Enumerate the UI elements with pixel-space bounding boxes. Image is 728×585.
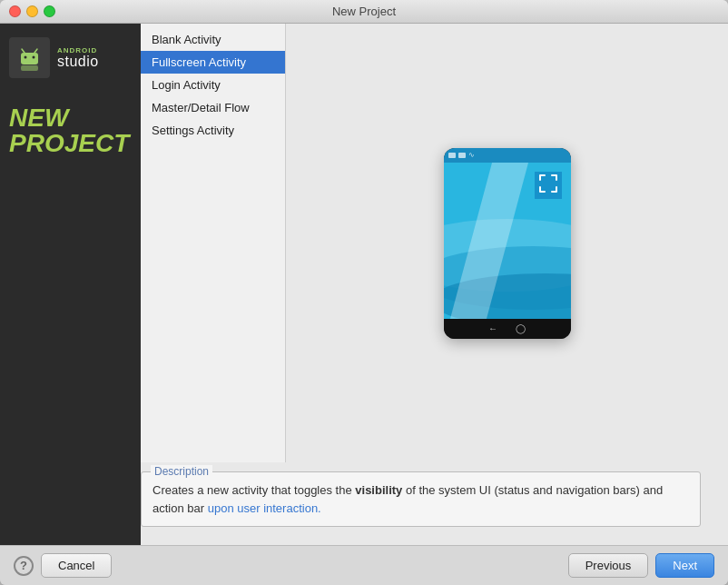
- minimize-button[interactable]: [26, 5, 38, 17]
- description-legend: Description: [151, 465, 212, 478]
- activity-list: Blank Activity Fullscreen Activity Login…: [141, 24, 286, 462]
- activity-item-blank[interactable]: Blank Activity: [141, 28, 285, 51]
- fullscreen-icon-container: [535, 172, 562, 199]
- footer: ? Cancel Previous Next: [0, 545, 728, 585]
- expand-icon: [538, 174, 558, 193]
- phone-status-bar: ∿: [444, 148, 571, 163]
- phone-mockup: ∿: [444, 148, 571, 339]
- activity-list-area: Blank Activity Fullscreen Activity Login…: [141, 24, 728, 462]
- footer-right: Previous Next: [568, 553, 714, 578]
- main-content: ANDROID studio NEW PROJECT Blank Activit…: [0, 24, 728, 545]
- right-content: Blank Activity Fullscreen Activity Login…: [141, 24, 728, 545]
- logo-icon: [9, 37, 50, 78]
- app-window: New Project: [0, 0, 728, 585]
- preview-area: ∿: [286, 24, 728, 462]
- activity-item-login[interactable]: Login Activity: [141, 74, 285, 96]
- title-bar: New Project: [0, 0, 728, 24]
- previous-button[interactable]: Previous: [568, 553, 649, 578]
- description-box: Description Creates a new activity that …: [141, 471, 701, 527]
- next-button[interactable]: Next: [655, 553, 714, 578]
- new-project-line2: PROJECT: [9, 131, 132, 156]
- description-text: Creates a new activity that toggles the …: [152, 481, 689, 517]
- activity-item-fullscreen[interactable]: Fullscreen Activity: [141, 51, 285, 74]
- svg-line-3: [22, 49, 25, 53]
- activity-item-settings[interactable]: Settings Activity: [141, 119, 285, 142]
- status-wave: ∿: [468, 151, 475, 159]
- new-project-line1: NEW: [9, 105, 132, 131]
- description-area: Description Creates a new activity that …: [141, 462, 728, 545]
- svg-point-1: [25, 56, 27, 59]
- cancel-button[interactable]: Cancel: [41, 553, 112, 578]
- logo-text: ANDROID studio: [57, 47, 99, 69]
- fullscreen-arrows-icon: [538, 174, 558, 196]
- android-robot-icon: [14, 42, 45, 74]
- help-button[interactable]: ?: [14, 556, 34, 576]
- description-text-highlight: upon user interaction.: [208, 501, 321, 515]
- status-icon-1: [448, 153, 456, 158]
- traffic-lights: [9, 5, 55, 17]
- window-title: New Project: [332, 5, 396, 18]
- studio-label: studio: [57, 55, 99, 69]
- svg-rect-5: [21, 65, 38, 71]
- phone-nav-bar: ← ◯: [444, 319, 571, 339]
- svg-line-4: [34, 49, 37, 53]
- back-nav-icon: ←: [488, 323, 497, 333]
- close-button[interactable]: [9, 5, 21, 17]
- activity-item-masterdetail[interactable]: Master/Detail Flow: [141, 96, 285, 119]
- maximize-button[interactable]: [44, 5, 55, 17]
- footer-left: ? Cancel: [14, 553, 112, 578]
- svg-rect-0: [21, 53, 38, 64]
- project-label: NEW PROJECT: [0, 87, 141, 161]
- status-icon-2: [458, 153, 466, 158]
- svg-point-2: [33, 56, 35, 59]
- home-nav-icon: ◯: [516, 323, 526, 333]
- phone-screen: [444, 163, 571, 319]
- sidebar: ANDROID studio NEW PROJECT: [0, 24, 141, 545]
- sidebar-logo: ANDROID studio: [0, 24, 141, 87]
